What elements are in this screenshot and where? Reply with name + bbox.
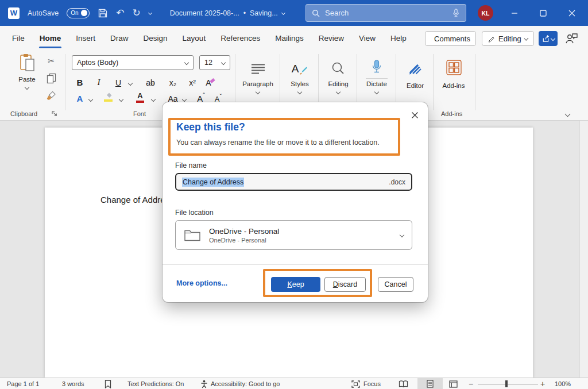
tab-references[interactable]: References	[213, 26, 268, 51]
zoom-in-button[interactable]: +	[540, 378, 545, 389]
accessibility-icon[interactable]	[200, 378, 208, 389]
tab-mailings[interactable]: Mailings	[268, 26, 311, 51]
tab-home[interactable]: Home	[32, 26, 69, 51]
tab-draw[interactable]: Draw	[103, 26, 136, 51]
paste-label: Paste	[18, 76, 35, 83]
editor-button[interactable]: Editor	[399, 53, 431, 109]
quick-access-toolbar: W AutoSave On ↶ ↻ Document 2025-08-... •…	[8, 0, 285, 26]
font-color-chevron-icon[interactable]	[150, 95, 156, 103]
chevron-down-icon	[524, 36, 528, 41]
underline-chevron-icon[interactable]	[127, 79, 133, 87]
maximize-button[interactable]	[530, 0, 556, 26]
zoom-level[interactable]: 100%	[555, 378, 571, 389]
customize-toolbar-chevron-icon[interactable]	[148, 11, 152, 15]
vertical-scrollbar[interactable]	[579, 121, 588, 378]
format-painter-icon[interactable]	[45, 90, 57, 101]
close-button[interactable]	[559, 0, 585, 26]
file-location-dropdown[interactable]: OneDrive - Personal OneDrive - Personal	[175, 220, 412, 250]
dialog-close-button[interactable]	[409, 109, 420, 121]
ribbon-tabs: File Home Insert Draw Design Layout Refe…	[5, 26, 414, 51]
font-size-combobox[interactable]: 12	[199, 55, 230, 70]
tab-help[interactable]: Help	[383, 26, 414, 51]
dialog-subtitle: You can always rename the file or move i…	[176, 138, 380, 147]
chevron-down-icon	[184, 60, 189, 65]
folder-icon	[184, 228, 201, 242]
font-name-combobox[interactable]: Aptos (Body)	[72, 55, 194, 70]
dialog-title: Keep this file?	[176, 121, 245, 133]
superscript-button[interactable]: x²	[185, 75, 200, 88]
accessibility-status[interactable]: Accessibility: Good to go	[211, 378, 280, 389]
web-layout-button[interactable]	[449, 378, 458, 389]
read-mode-button[interactable]	[399, 378, 408, 389]
save-icon[interactable]	[98, 8, 108, 18]
avatar[interactable]: KL	[478, 5, 493, 21]
add-ins-button[interactable]: Add-ins	[437, 53, 470, 109]
chevron-down-icon	[374, 90, 379, 94]
undo-icon[interactable]: ↶	[116, 8, 124, 18]
collapse-ribbon-chevron-icon[interactable]	[566, 108, 570, 118]
paragraph-group-button[interactable]: Paragraph	[240, 53, 276, 109]
word-count[interactable]: 3 words	[62, 378, 84, 389]
bold-button[interactable]: B	[74, 75, 86, 88]
pencil-icon	[488, 34, 495, 43]
highlight-chevron-icon[interactable]	[118, 95, 124, 103]
dictate-button[interactable]: Dictate	[360, 53, 393, 109]
highlight-button[interactable]	[101, 91, 115, 105]
tab-view[interactable]: View	[351, 26, 383, 51]
proofing-icon[interactable]	[105, 378, 111, 389]
cancel-button[interactable]: Cancel	[378, 277, 413, 292]
clear-formatting-button[interactable]: A	[203, 75, 217, 88]
keep-button[interactable]: Keep	[271, 277, 320, 292]
editing-group-button[interactable]: Editing	[322, 53, 355, 109]
caret-down-icon: ˇ	[220, 93, 222, 100]
font-name-value: Aptos (Body)	[77, 59, 118, 67]
people-icon[interactable]	[564, 32, 578, 44]
italic-button[interactable]: I	[93, 75, 105, 88]
print-layout-button[interactable]	[417, 378, 443, 389]
title-separator: •	[243, 9, 246, 17]
discard-button[interactable]: Discard	[324, 277, 366, 292]
strikethrough-button[interactable]: ab	[142, 75, 158, 88]
tab-design[interactable]: Design	[136, 26, 175, 51]
share-button[interactable]	[539, 31, 558, 46]
keep-file-dialog: Keep this file? You can always rename th…	[163, 102, 428, 302]
text-predictions[interactable]: Text Predictions: On	[127, 378, 184, 389]
focus-button[interactable]: Focus	[351, 378, 381, 389]
tab-insert[interactable]: Insert	[68, 26, 103, 51]
text-effects-button[interactable]: A	[74, 91, 86, 105]
word-app-icon[interactable]: W	[8, 7, 20, 19]
find-icon	[331, 53, 345, 75]
comments-button[interactable]: Comments	[425, 31, 476, 46]
redo-icon[interactable]: ↻	[132, 8, 140, 18]
paste-button[interactable]: Paste	[14, 53, 40, 107]
focus-icon	[351, 380, 360, 388]
cut-icon[interactable]: ✂	[45, 55, 57, 67]
editor-pen-icon	[408, 53, 423, 75]
clipboard-dialog-launcher-icon[interactable]	[52, 111, 57, 117]
styles-group-button[interactable]: A Styles	[284, 53, 316, 109]
minimize-button[interactable]	[501, 0, 528, 26]
zoom-slider-track[interactable]	[478, 384, 538, 384]
tab-review[interactable]: Review	[311, 26, 351, 51]
font-color-button[interactable]: A	[133, 91, 147, 105]
page-indicator[interactable]: Page 1 of 1	[7, 378, 39, 389]
split-button-divider	[366, 78, 388, 79]
document-title[interactable]: Document 2025-08-... • Saving...	[170, 9, 285, 17]
more-options-link[interactable]: More options...	[176, 279, 227, 287]
underline-button[interactable]: U	[113, 75, 124, 88]
subscript-button[interactable]: x₂	[165, 75, 180, 88]
text-effects-chevron-icon[interactable]	[88, 95, 94, 103]
print-layout-icon	[427, 380, 434, 388]
tab-file[interactable]: File	[5, 26, 32, 51]
file-name-input[interactable]: Change of Address .docx	[175, 173, 412, 191]
editing-mode-button[interactable]: Editing	[482, 31, 534, 46]
copy-icon[interactable]	[45, 72, 57, 84]
title-bar: W AutoSave On ↶ ↻ Document 2025-08-... •…	[0, 0, 588, 26]
autosave-toggle[interactable]: On	[67, 8, 90, 18]
zoom-out-button[interactable]: −	[469, 378, 473, 389]
autosave-label: AutoSave	[28, 9, 59, 17]
zoom-slider-thumb[interactable]	[505, 380, 508, 387]
search-input[interactable]: Search	[305, 4, 466, 22]
search-mic-icon[interactable]	[452, 8, 460, 18]
tab-layout[interactable]: Layout	[175, 26, 214, 51]
